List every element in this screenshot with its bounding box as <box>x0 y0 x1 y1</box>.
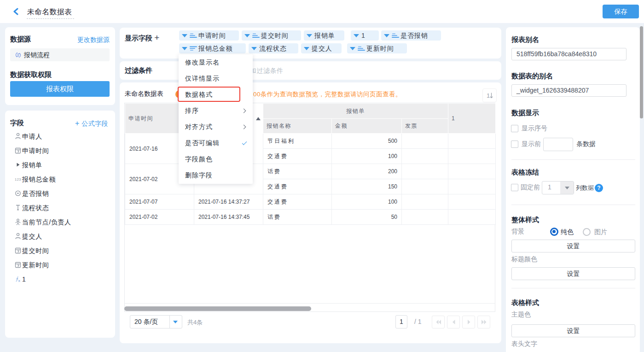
svg-text:1: 1 <box>487 92 490 99</box>
svg-text:123: 123 <box>15 177 21 182</box>
